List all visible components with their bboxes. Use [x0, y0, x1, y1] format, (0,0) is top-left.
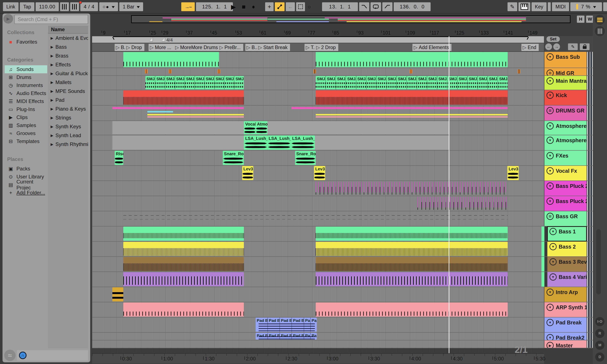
track-lane-bass-1[interactable]	[92, 226, 544, 241]
expand-triangle-icon[interactable]	[51, 89, 53, 93]
clip[interactable]	[316, 227, 508, 241]
expand-triangle-icon[interactable]	[51, 125, 53, 129]
sidebar-item-sounds[interactable]: ♫Sounds	[5, 65, 47, 73]
arrangement-loop-brace[interactable]	[113, 36, 528, 39]
fold-icon[interactable]	[546, 304, 554, 311]
sidebar-item-clips[interactable]: ▶Clips	[5, 113, 47, 121]
fold-icon[interactable]	[546, 122, 554, 130]
browser-preview-play-button[interactable]	[3, 14, 13, 24]
fold-icon[interactable]	[546, 182, 554, 190]
play-button[interactable]	[230, 2, 237, 11]
clip[interactable]	[123, 242, 244, 256]
loop-length-display[interactable]: 136. 0. 0	[394, 2, 431, 11]
clip[interactable]	[123, 272, 244, 286]
sidebar-item-current-projec[interactable]: ▤Current Projec	[5, 181, 47, 189]
locator-end[interactable]: End	[521, 44, 539, 51]
automation-mode-button[interactable]	[275, 2, 285, 11]
track-header-master[interactable]: Master	[544, 340, 587, 348]
track-lane-drums-gr[interactable]	[92, 105, 544, 120]
expand-triangle-icon[interactable]	[51, 98, 53, 102]
clip[interactable]	[147, 107, 244, 109]
track-header-bass-pluck-2[interactable]: Bass Pluck 2	[544, 181, 587, 196]
arrangement-position-display[interactable]: 125. 1. 1	[196, 2, 233, 11]
list-item[interactable]: Strings	[48, 113, 88, 122]
fold-icon[interactable]	[546, 289, 554, 296]
track-header-fxes[interactable]: FXes	[544, 151, 587, 165]
clip[interactable]	[123, 52, 219, 67]
toggle-d[interactable]: D	[595, 352, 605, 362]
clip-snare-roll1[interactable]: Snare_Roll1	[295, 151, 316, 165]
overview-toggle-button[interactable]	[595, 15, 605, 25]
sidebar-item-plug-ins[interactable]: ▭Plug-Ins	[5, 105, 47, 113]
time-signature-marker[interactable]: 4/4	[162, 37, 173, 43]
clip[interactable]	[112, 287, 123, 301]
link-button[interactable]: Link	[3, 2, 19, 11]
track-header-kick[interactable]: Kick	[544, 90, 587, 105]
track-header-bass-2[interactable]: Bass 2	[547, 242, 587, 256]
clip-atmo[interactable]: Atmo	[256, 121, 267, 134]
draw-automation-button[interactable]	[568, 43, 578, 50]
list-item[interactable]: Guitar & Plucke	[48, 69, 88, 78]
fold-icon[interactable]	[546, 198, 554, 205]
track-lane-bass-4-varia[interactable]	[92, 272, 544, 287]
track-header-bass-gr[interactable]: Bass GR	[544, 211, 587, 226]
expand-triangle-icon[interactable]	[51, 36, 53, 40]
clip[interactable]	[112, 121, 449, 134]
track-lane-bass-pluck-2[interactable]	[92, 181, 544, 196]
loop-start-display[interactable]: 13. 1. 1	[322, 2, 358, 11]
clip[interactable]	[316, 242, 508, 256]
next-locator-button[interactable]	[553, 43, 560, 50]
new-arrangement-button[interactable]	[265, 2, 274, 11]
vertical-scrollbar[interactable]	[596, 229, 601, 295]
zoom-to-height-button[interactable]: H	[577, 16, 584, 23]
clip-lev3[interactable]: Lev3	[507, 166, 519, 180]
clip[interactable]	[147, 111, 173, 113]
group-icon[interactable]	[546, 213, 554, 220]
track-header-bass-pluck-2[interactable]: Bass Pluck 2	[544, 196, 587, 211]
track-lane-pad-break[interactable]: Pad BPad BPad BPad BPaPa	[92, 317, 544, 332]
sidebar-item-drums[interactable]: ⊞Drums	[5, 73, 47, 81]
clip-snare-roll1[interactable]: Snare_Roll1	[223, 151, 244, 165]
locator-start-break[interactable]: Start Break	[257, 44, 290, 51]
cpu-meter[interactable]: 7 %	[570, 2, 602, 11]
clip[interactable]	[316, 302, 508, 317]
sidebar-item-midi-effects[interactable]: ☰MIDI Effects	[5, 97, 47, 105]
sidebar-item-templates[interactable]: ⊟Templates	[5, 137, 47, 145]
midi-map-button[interactable]: MIDI	[552, 2, 569, 11]
track-lane-arp-synth-1[interactable]	[92, 302, 544, 317]
track-width-toggle-button[interactable]	[595, 26, 605, 36]
list-item[interactable]: MPE Sounds	[48, 87, 88, 96]
punch-in-button[interactable]	[359, 2, 369, 11]
clip[interactable]	[316, 114, 508, 116]
clip-lev3[interactable]: Lev3	[314, 166, 325, 180]
clip[interactable]: Pad BPad BPad BPad BPaPa	[256, 333, 317, 339]
nudge-up-button[interactable]	[70, 2, 79, 11]
list-item[interactable]: Synth Keys	[48, 122, 88, 131]
clip[interactable]	[291, 107, 316, 109]
fold-icon[interactable]	[546, 77, 554, 84]
scrub-area[interactable]: 4/4	[92, 36, 544, 43]
clip[interactable]	[315, 135, 449, 150]
group-icon[interactable]	[546, 69, 554, 75]
clip-smj2[interactable]: SMJ2SMJ2SMJ2SMJ2SMJ2SMJ2SMJ2SMJ2SMJ2SMJ2	[145, 76, 244, 89]
track-lane-bass-gr[interactable]	[92, 211, 544, 226]
clip[interactable]	[316, 107, 508, 109]
fold-icon[interactable]	[546, 167, 554, 174]
toggle-m[interactable]: M	[595, 341, 605, 350]
track-lane-vocal-fx[interactable]: Lev3Lev3Lev3	[92, 166, 544, 181]
sidebar-item-favorites[interactable]: ■Favorites	[5, 38, 47, 46]
expand-triangle-icon[interactable]	[51, 54, 53, 58]
clip-lsa-lush-a[interactable]: LSA_Lush_A	[267, 135, 291, 150]
time-ruler[interactable]: 0:301:001:302:002:303:003:304:004:305:00…	[92, 353, 544, 364]
zoom-to-width-button[interactable]: W	[586, 16, 594, 23]
capture-midi-button[interactable]	[296, 2, 305, 11]
list-item[interactable]: Bass	[48, 42, 88, 52]
locator-2-drop[interactable]: 2 Drop	[315, 44, 338, 51]
track-header-bass-3-reverb[interactable]: Bass 3 Reverb	[547, 257, 587, 272]
clip-lev3[interactable]: Lev3	[242, 166, 253, 180]
clip[interactable]	[316, 181, 508, 195]
list-item[interactable]: Mallets	[48, 78, 88, 87]
track-lane-bass-pluck-2[interactable]	[92, 196, 544, 211]
groove-pool-button[interactable]	[4, 350, 16, 361]
expand-triangle-icon[interactable]	[51, 133, 53, 138]
